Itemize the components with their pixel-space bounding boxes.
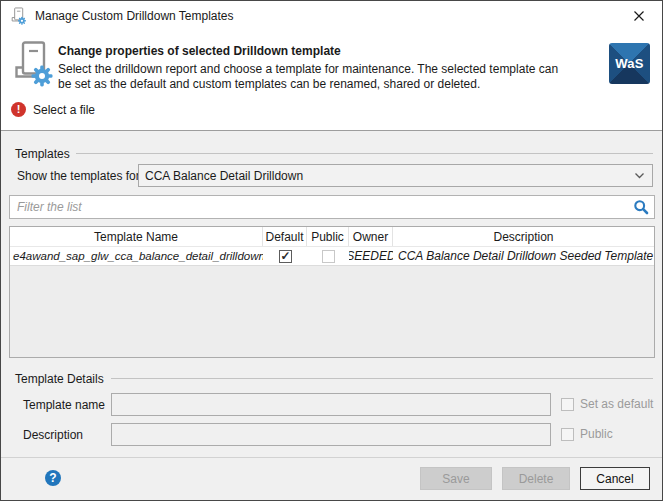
validation-message: Select a file: [33, 103, 95, 117]
header-title: Change properties of selected Drilldown …: [58, 44, 341, 58]
column-header-owner[interactable]: Owner: [349, 227, 393, 246]
header-description: Select the drilldown report and choose a…: [58, 62, 572, 92]
template-details-group-label: Template Details: [15, 372, 104, 386]
filter-field-wrap: [9, 195, 655, 219]
table-row[interactable]: e4awand_sap_glw_cca_balance_detail_drill…: [10, 247, 654, 266]
public-label: Public: [580, 427, 613, 441]
footer-divider: [1, 457, 662, 458]
set-as-default-check-row: Set as default: [561, 397, 653, 411]
column-header-public[interactable]: Public: [307, 227, 349, 246]
template-name-input[interactable]: [111, 393, 551, 416]
dialog-header-panel: Manage Custom Drilldown Templates Change…: [1, 1, 662, 131]
row-public-checkbox[interactable]: [322, 250, 335, 263]
public-check-row: Public: [561, 427, 613, 441]
close-icon: [633, 10, 645, 22]
row-default-checkbox[interactable]: [279, 250, 292, 263]
cancel-button[interactable]: Cancel: [580, 467, 650, 490]
templates-group-label: Templates: [15, 147, 70, 161]
close-button[interactable]: [617, 2, 661, 30]
templates-table: Template Name Default Public Owner Descr…: [9, 226, 655, 358]
window-doc-gear-icon: [10, 7, 27, 25]
delete-button[interactable]: Delete: [502, 467, 570, 490]
save-button[interactable]: Save: [420, 467, 492, 490]
window-title: Manage Custom Drilldown Templates: [35, 9, 234, 23]
help-icon[interactable]: ?: [45, 470, 61, 486]
column-header-template-name[interactable]: Template Name: [10, 227, 263, 246]
row-template-name: e4awand_sap_glw_cca_balance_detail_drill…: [10, 247, 263, 265]
templates-group-line: [76, 153, 653, 154]
error-icon: !: [11, 102, 26, 117]
title-bar: Manage Custom Drilldown Templates: [1, 1, 662, 31]
description-label: Description: [23, 428, 83, 442]
search-icon[interactable]: [633, 199, 649, 215]
public-checkbox[interactable]: [561, 428, 574, 441]
set-as-default-label: Set as default: [580, 397, 653, 411]
manage-custom-drilldown-templates-dialog: Manage Custom Drilldown Templates Change…: [0, 0, 663, 501]
report-dropdown[interactable]: CCA Balance Detail Drilldown: [138, 164, 653, 187]
validation-message-row: ! Select a file: [11, 102, 95, 117]
was-logo: WaS: [609, 43, 650, 84]
chevron-down-icon: [633, 171, 646, 180]
set-as-default-checkbox[interactable]: [561, 398, 574, 411]
description-input[interactable]: [111, 423, 551, 446]
column-header-description[interactable]: Description: [393, 227, 654, 246]
filter-input[interactable]: [9, 195, 655, 219]
show-templates-label: Show the templates for: [17, 169, 140, 183]
drilldown-template-doc-gear-icon: [12, 40, 54, 87]
templates-table-header: Template Name Default Public Owner Descr…: [10, 227, 654, 247]
column-header-default[interactable]: Default: [263, 227, 307, 246]
row-owner: SEEDED: [349, 247, 393, 265]
report-dropdown-value: CCA Balance Detail Drilldown: [145, 169, 633, 183]
template-name-label: Template name: [23, 398, 105, 412]
row-description: CCA Balance Detail Drilldown Seeded Temp…: [393, 247, 654, 265]
template-details-group-line: [111, 378, 653, 379]
